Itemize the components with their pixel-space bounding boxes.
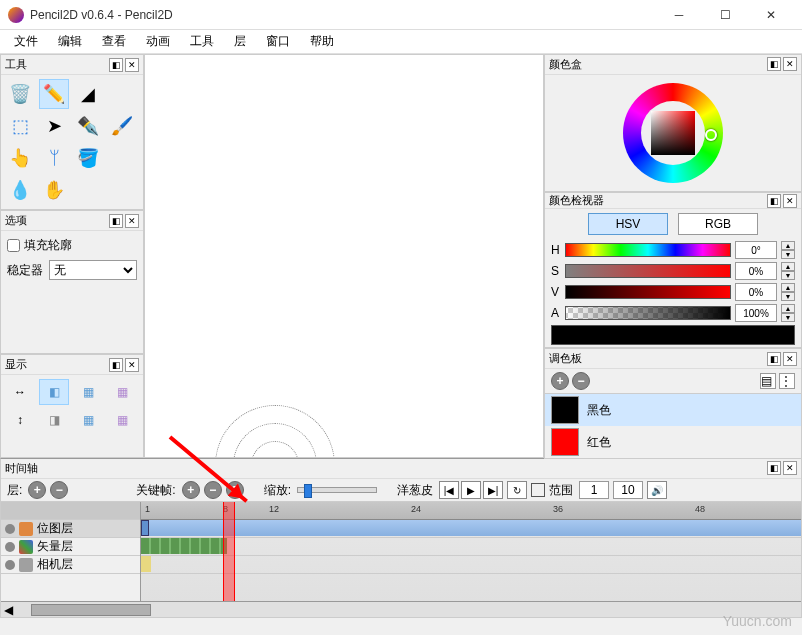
close-icon[interactable]: ✕ (783, 57, 797, 71)
visibility-toggle[interactable] (5, 560, 15, 570)
menu-edit[interactable]: 编辑 (48, 31, 92, 52)
a-value[interactable]: 100% (735, 304, 777, 322)
menu-view[interactable]: 查看 (92, 31, 136, 52)
palette-item-red[interactable]: 红色 (545, 426, 801, 458)
pencil-tool[interactable]: ✏️ (39, 79, 69, 109)
camera-track[interactable] (141, 556, 151, 572)
clear-tool[interactable]: 🗑️ (5, 79, 35, 109)
select-tool[interactable]: ⬚ (5, 111, 35, 141)
menu-file[interactable]: 文件 (4, 31, 48, 52)
close-icon[interactable]: ✕ (125, 58, 139, 72)
a-up-button[interactable]: ▲ (781, 304, 795, 313)
loop-button[interactable]: ↻ (507, 481, 527, 499)
mirror-v-button[interactable]: ↕ (5, 407, 35, 433)
onion-blue-button[interactable]: ▦ (73, 379, 103, 405)
last-frame-button[interactable]: ▶| (483, 481, 503, 499)
palette-item-black[interactable]: 黑色 (545, 394, 801, 426)
v-up-button[interactable]: ▲ (781, 283, 795, 292)
palette-menu-icon[interactable]: ⋮ (779, 373, 795, 389)
close-button[interactable]: ✕ (748, 0, 794, 30)
brush-tool[interactable]: 🖌️ (107, 111, 137, 141)
v-down-button[interactable]: ▼ (781, 292, 795, 301)
undock-icon[interactable]: ◧ (109, 214, 123, 228)
h-up-button[interactable]: ▲ (781, 241, 795, 250)
undock-icon[interactable]: ◧ (109, 358, 123, 372)
keyframe-marker[interactable] (141, 520, 149, 536)
minimize-button[interactable]: ─ (656, 0, 702, 30)
undock-icon[interactable]: ◧ (767, 57, 781, 71)
bitmap-track[interactable] (141, 520, 801, 536)
layer-bitmap[interactable]: 位图层 (1, 520, 140, 538)
play-button[interactable]: ▶ (461, 481, 481, 499)
a-down-button[interactable]: ▼ (781, 313, 795, 322)
add-keyframe-button[interactable]: + (182, 481, 200, 499)
close-icon[interactable]: ✕ (125, 358, 139, 372)
range-checkbox[interactable] (531, 483, 545, 497)
overlay-button[interactable]: ▦ (107, 407, 137, 433)
menu-help[interactable]: 帮助 (300, 31, 344, 52)
fill-contour-checkbox[interactable] (7, 239, 20, 252)
hand-tool[interactable]: ✋ (39, 175, 69, 205)
v-value[interactable]: 0% (735, 283, 777, 301)
close-icon[interactable]: ✕ (783, 461, 797, 475)
menu-layer[interactable]: 层 (224, 31, 256, 52)
onion-next-button[interactable]: ◨ (39, 407, 69, 433)
undock-icon[interactable]: ◧ (767, 461, 781, 475)
pen-tool[interactable]: ✒️ (73, 111, 103, 141)
maximize-button[interactable]: ☐ (702, 0, 748, 30)
first-frame-button[interactable]: |◀ (439, 481, 459, 499)
s-up-button[interactable]: ▲ (781, 262, 795, 271)
sv-square[interactable] (651, 111, 695, 155)
eraser-tool[interactable]: ◢ (73, 79, 103, 109)
timeline-tracks[interactable]: 1 8 12 24 36 48 (141, 502, 801, 601)
s-value[interactable]: 0% (735, 262, 777, 280)
onion-red-button[interactable]: ▦ (73, 407, 103, 433)
menu-tools[interactable]: 工具 (180, 31, 224, 52)
close-icon[interactable]: ✕ (125, 214, 139, 228)
tab-rgb[interactable]: RGB (678, 213, 758, 235)
undock-icon[interactable]: ◧ (767, 352, 781, 366)
onion-prev-button[interactable]: ◧ (39, 379, 69, 405)
scrollbar-thumb[interactable] (31, 604, 151, 616)
add-color-button[interactable]: + (551, 372, 569, 390)
polyline-tool[interactable]: ᛘ (39, 143, 69, 173)
palette-view-icon[interactable]: ▤ (760, 373, 776, 389)
remove-color-button[interactable]: − (572, 372, 590, 390)
stabilizer-select[interactable]: 无 (49, 260, 137, 280)
range-end-input[interactable] (613, 481, 643, 499)
menu-window[interactable]: 窗口 (256, 31, 300, 52)
smudge-tool[interactable]: 👆 (5, 143, 35, 173)
canvas[interactable] (144, 54, 544, 458)
layer-vector[interactable]: 矢量层 (1, 538, 140, 556)
vector-track[interactable] (141, 538, 227, 554)
range-start-input[interactable] (579, 481, 609, 499)
close-icon[interactable]: ✕ (783, 352, 797, 366)
undock-icon[interactable]: ◧ (109, 58, 123, 72)
grid-button[interactable]: ▦ (107, 379, 137, 405)
move-tool[interactable]: ➤ (39, 111, 69, 141)
zoom-slider[interactable] (297, 487, 377, 493)
h-value[interactable]: 0° (735, 241, 777, 259)
alpha-slider[interactable] (565, 306, 731, 320)
tab-hsv[interactable]: HSV (588, 213, 668, 235)
visibility-toggle[interactable] (5, 542, 15, 552)
value-slider[interactable] (565, 285, 731, 299)
hue-slider[interactable] (565, 243, 731, 257)
visibility-toggle[interactable] (5, 524, 15, 534)
close-icon[interactable]: ✕ (783, 194, 797, 208)
remove-keyframe-button[interactable]: − (204, 481, 222, 499)
frame-ruler[interactable]: 1 8 12 24 36 48 (141, 502, 801, 520)
remove-layer-button[interactable]: − (50, 481, 68, 499)
color-wheel[interactable] (545, 75, 801, 191)
playhead[interactable] (223, 502, 235, 601)
duplicate-keyframe-button[interactable]: ⊕ (226, 481, 244, 499)
add-layer-button[interactable]: + (28, 481, 46, 499)
eyedropper-tool[interactable]: 💧 (5, 175, 35, 205)
hue-cursor-icon[interactable] (705, 129, 717, 141)
s-down-button[interactable]: ▼ (781, 271, 795, 280)
mirror-h-button[interactable]: ↔ (5, 379, 35, 405)
timeline-scrollbar[interactable]: ◀ (1, 601, 801, 617)
menu-animation[interactable]: 动画 (136, 31, 180, 52)
bucket-tool[interactable]: 🪣 (73, 143, 103, 173)
h-down-button[interactable]: ▼ (781, 250, 795, 259)
